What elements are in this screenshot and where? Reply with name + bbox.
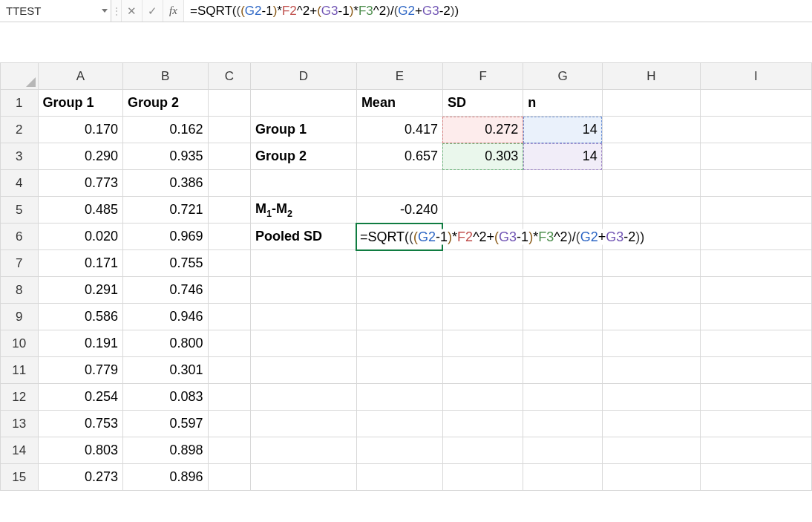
cell-D13[interactable]: [251, 411, 357, 437]
cell-D12[interactable]: [251, 384, 357, 411]
cell-I2[interactable]: [700, 117, 811, 143]
cell-B8[interactable]: 0.746: [123, 277, 208, 304]
cell-E7[interactable]: [356, 250, 442, 277]
cell-I11[interactable]: [700, 357, 811, 384]
row-header-2[interactable]: 2: [1, 117, 39, 143]
cell-A5[interactable]: 0.485: [38, 197, 122, 224]
cell-D6[interactable]: Pooled SD: [251, 224, 357, 250]
row-header-7[interactable]: 7: [1, 250, 39, 277]
cell-H4[interactable]: [602, 170, 700, 197]
cell-A6[interactable]: 0.020: [38, 224, 122, 250]
cell-E13[interactable]: [356, 411, 442, 437]
cell-I10[interactable]: [700, 330, 811, 357]
cell-H15[interactable]: [602, 464, 700, 491]
name-box[interactable]: TTEST: [0, 0, 111, 22]
cell-E14[interactable]: [356, 437, 442, 464]
cell-C1[interactable]: [208, 90, 251, 117]
cell-C14[interactable]: [208, 437, 251, 464]
col-header-F[interactable]: F: [442, 63, 523, 90]
cell-D11[interactable]: [251, 357, 357, 384]
cell-B2[interactable]: 0.162: [123, 117, 208, 143]
cell-C9[interactable]: [208, 304, 251, 330]
col-header-D[interactable]: D: [251, 63, 357, 90]
enter-button[interactable]: ✓: [143, 0, 163, 22]
cell-A14[interactable]: 0.803: [38, 437, 122, 464]
cell-H5[interactable]: [602, 197, 700, 224]
cell-F10[interactable]: [442, 330, 523, 357]
cell-H8[interactable]: [602, 277, 700, 304]
cell-F1[interactable]: SD: [442, 90, 523, 117]
cell-E8[interactable]: [356, 277, 442, 304]
cell-C11[interactable]: [208, 357, 251, 384]
cell-H14[interactable]: [602, 437, 700, 464]
cell-B4[interactable]: 0.386: [123, 170, 208, 197]
cell-I4[interactable]: [700, 170, 811, 197]
col-header-H[interactable]: H: [602, 63, 700, 90]
cell-B12[interactable]: 0.083: [123, 384, 208, 411]
cell-D3[interactable]: Group 2: [251, 143, 357, 170]
cell-F11[interactable]: [442, 357, 523, 384]
cell-H3[interactable]: [602, 143, 700, 170]
cell-A4[interactable]: 0.773: [38, 170, 122, 197]
cell-I13[interactable]: [700, 411, 811, 437]
cell-D5[interactable]: M1-M2: [251, 197, 357, 224]
cell-I9[interactable]: [700, 304, 811, 330]
cell-F4[interactable]: [442, 170, 523, 197]
cell-A1[interactable]: Group 1: [38, 90, 122, 117]
cell-E2[interactable]: 0.417: [356, 117, 442, 143]
cell-H11[interactable]: [602, 357, 700, 384]
cell-D8[interactable]: [251, 277, 357, 304]
cell-C3[interactable]: [208, 143, 251, 170]
cell-D9[interactable]: [251, 304, 357, 330]
cell-G12[interactable]: [523, 384, 603, 411]
col-header-G[interactable]: G: [523, 63, 603, 90]
cell-C13[interactable]: [208, 411, 251, 437]
cell-I15[interactable]: [700, 464, 811, 491]
col-header-B[interactable]: B: [123, 63, 208, 90]
cell-I5[interactable]: [700, 197, 811, 224]
cell-I3[interactable]: [700, 143, 811, 170]
row-header-4[interactable]: 4: [1, 170, 39, 197]
cell-C7[interactable]: [208, 250, 251, 277]
cell-G1[interactable]: n: [523, 90, 603, 117]
cell-A12[interactable]: 0.254: [38, 384, 122, 411]
select-all-corner[interactable]: [1, 63, 39, 90]
cell-C5[interactable]: [208, 197, 251, 224]
cell-F2[interactable]: 0.272: [442, 117, 523, 143]
row-header-12[interactable]: 12: [1, 384, 39, 411]
cell-G14[interactable]: [523, 437, 603, 464]
cell-E10[interactable]: [356, 330, 442, 357]
cell-E6[interactable]: =SQRT(((G2-1)*F2^2+(G3-1)*F3^2)/(G2+G3-2…: [356, 224, 442, 250]
cell-F12[interactable]: [442, 384, 523, 411]
cell-G4[interactable]: [523, 170, 603, 197]
cell-G2[interactable]: 14: [523, 117, 603, 143]
row-header-8[interactable]: 8: [1, 277, 39, 304]
cell-G8[interactable]: [523, 277, 603, 304]
cell-D14[interactable]: [251, 437, 357, 464]
cell-B7[interactable]: 0.755: [123, 250, 208, 277]
cell-A7[interactable]: 0.171: [38, 250, 122, 277]
cell-B10[interactable]: 0.800: [123, 330, 208, 357]
cell-G10[interactable]: [523, 330, 603, 357]
cell-G15[interactable]: [523, 464, 603, 491]
cell-H2[interactable]: [602, 117, 700, 143]
row-header-14[interactable]: 14: [1, 437, 39, 464]
grid[interactable]: ABCDEFGHI1Group 1Group 2MeanSDn20.1700.1…: [0, 62, 812, 491]
cell-H1[interactable]: [602, 90, 700, 117]
cell-G3[interactable]: 14: [523, 143, 603, 170]
cell-F13[interactable]: [442, 411, 523, 437]
cell-F7[interactable]: [442, 250, 523, 277]
cell-B11[interactable]: 0.301: [123, 357, 208, 384]
col-header-C[interactable]: C: [208, 63, 251, 90]
cell-G7[interactable]: [523, 250, 603, 277]
cell-F5[interactable]: [442, 197, 523, 224]
row-header-6[interactable]: 6: [1, 224, 39, 250]
cell-G13[interactable]: [523, 411, 603, 437]
row-header-11[interactable]: 11: [1, 357, 39, 384]
cell-F9[interactable]: [442, 304, 523, 330]
cell-C10[interactable]: [208, 330, 251, 357]
cell-C4[interactable]: [208, 170, 251, 197]
cell-B1[interactable]: Group 2: [123, 90, 208, 117]
insert-function-button[interactable]: fx: [163, 0, 184, 22]
cell-I8[interactable]: [700, 277, 811, 304]
